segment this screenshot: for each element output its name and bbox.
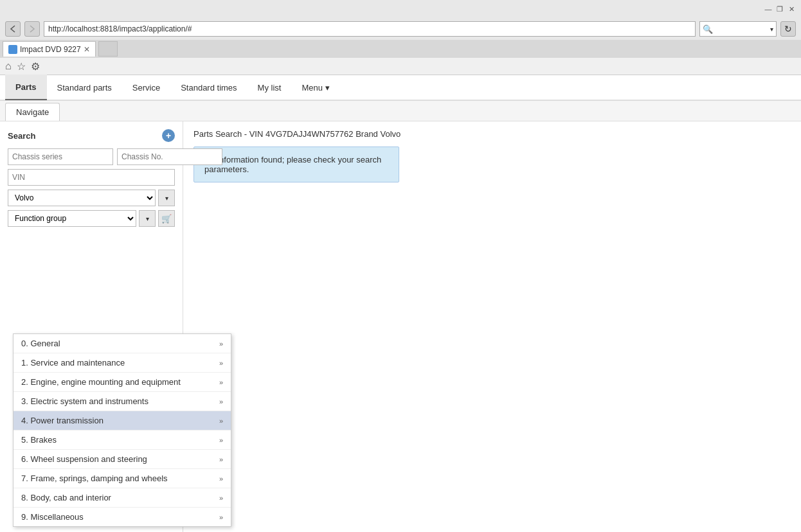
dropdown-item-arrow: » xyxy=(219,436,223,444)
app-navigation: Parts Standard parts Service Standard ti… xyxy=(0,75,801,101)
brand-dropdown-btn[interactable]: ▾ xyxy=(158,190,175,206)
dropdown-item-2[interactable]: 2. Engine, engine mounting and equipment… xyxy=(14,373,231,392)
nav-item-menu[interactable]: Menu ▾ xyxy=(291,75,340,100)
home-icon[interactable]: ⌂ xyxy=(5,60,12,72)
dropdown-chevron-icon: ▾ xyxy=(165,195,168,202)
dropdown-item-7[interactable]: 7. Frame, springs, damping and wheels » xyxy=(14,469,231,488)
chassis-no-input[interactable] xyxy=(117,148,222,165)
dropdown-item-arrow: » xyxy=(219,475,223,483)
dropdown-item-6[interactable]: 6. Wheel suspension and steering » xyxy=(14,450,231,469)
info-message-box: No information found; please check your … xyxy=(194,146,399,182)
add-search-button[interactable]: + xyxy=(162,129,175,142)
maximize-btn[interactable]: ❐ xyxy=(775,4,784,13)
dropdown-item-arrow: » xyxy=(219,494,223,502)
dropdown-item-label: 1. Service and maintenance xyxy=(21,358,125,368)
menu-dropdown-icon: ▾ xyxy=(325,83,330,93)
nav-item-standard-times[interactable]: Standard times xyxy=(170,75,247,100)
dropdown-item-9[interactable]: 9. Miscellaneous » xyxy=(14,508,231,526)
cart-button[interactable]: 🛒 xyxy=(158,210,175,227)
function-group-dropdown-menu: 0. General » 1. Service and maintenance … xyxy=(13,333,231,527)
brand-select[interactable]: Volvo xyxy=(8,190,156,206)
search-box[interactable]: 🔍 ▾ xyxy=(699,21,777,37)
nav-item-parts[interactable]: Parts xyxy=(5,75,47,100)
dropdown-item-label: 4. Power transmission xyxy=(21,416,104,425)
address-text: http://localhost:8818/impact3/applicatio… xyxy=(48,24,192,33)
dropdown-item-1[interactable]: 1. Service and maintenance » xyxy=(14,353,231,373)
tab-close-btn[interactable]: ✕ xyxy=(84,45,90,54)
main-content: Search + Volvo ▾ Function group xyxy=(0,121,801,532)
chassis-series-input[interactable] xyxy=(8,148,113,165)
browser-chrome: — ❐ ✕ http://localhost:8818/impact3/appl… xyxy=(0,0,801,75)
browser-tab-title: Impact DVD 9227 xyxy=(20,45,81,54)
search-dropdown-icon: ▾ xyxy=(770,26,773,33)
dropdown-item-arrow: » xyxy=(219,359,223,367)
search-header: Search + xyxy=(8,129,175,142)
nav-item-my-list[interactable]: My list xyxy=(248,75,292,100)
info-message-text: No information found; please check your … xyxy=(204,155,381,174)
search-icon: 🔍 xyxy=(703,24,713,34)
panel-title: Parts Search - VIN 4VG7DAJJ4WN757762 Bra… xyxy=(194,129,791,139)
dropdown-item-arrow: » xyxy=(219,378,223,386)
function-group-dropdown-btn[interactable]: ▾ xyxy=(139,210,156,227)
new-tab-btn[interactable] xyxy=(98,41,118,57)
right-panel: Parts Search - VIN 4VG7DAJJ4WN757762 Bra… xyxy=(183,121,801,532)
nav-item-service[interactable]: Service xyxy=(122,75,170,100)
favorites-bar: ⌂ ☆ ⚙ xyxy=(0,58,801,75)
browser-tab[interactable]: Impact DVD 9227 ✕ xyxy=(3,41,96,57)
dropdown-item-5[interactable]: 5. Brakes » xyxy=(14,430,231,450)
app-tab-row: Navigate xyxy=(0,101,801,121)
dropdown-item-arrow: » xyxy=(219,456,223,463)
dropdown-item-arrow: » xyxy=(219,340,223,348)
back-button[interactable] xyxy=(5,21,21,37)
close-btn[interactable]: ✕ xyxy=(787,4,796,13)
dropdown-item-label: 6. Wheel suspension and steering xyxy=(21,454,147,464)
dropdown-item-arrow: » xyxy=(219,398,223,405)
title-bar: — ❐ ✕ xyxy=(0,0,801,18)
dropdown-item-label: 2. Engine, engine mounting and equipment xyxy=(21,377,181,387)
address-bar: http://localhost:8818/impact3/applicatio… xyxy=(0,18,801,40)
dropdown-item-label: 5. Brakes xyxy=(21,435,57,445)
browser-tab-bar: Impact DVD 9227 ✕ xyxy=(0,40,801,58)
title-bar-controls: — ❐ ✕ xyxy=(764,4,796,13)
dropdown-item-arrow: » xyxy=(219,513,223,521)
tab-favicon xyxy=(8,45,17,54)
search-label: Search xyxy=(8,131,35,141)
dropdown-item-arrow: » xyxy=(219,417,223,425)
dropdown-item-0[interactable]: 0. General » xyxy=(14,334,231,353)
brand-row: Volvo ▾ xyxy=(8,190,175,206)
dropdown-item-label: 8. Body, cab and interior xyxy=(21,493,111,502)
vin-field xyxy=(8,169,175,186)
nav-item-standard-parts[interactable]: Standard parts xyxy=(47,75,122,100)
minimize-btn[interactable]: — xyxy=(764,4,773,13)
function-group-chevron-icon: ▾ xyxy=(146,215,149,222)
tab-navigate[interactable]: Navigate xyxy=(5,103,60,121)
dropdown-item-label: 9. Miscellaneous xyxy=(21,512,84,522)
settings-icon[interactable]: ⚙ xyxy=(31,60,40,73)
forward-button[interactable] xyxy=(24,21,40,37)
dropdown-item-4[interactable]: 4. Power transmission » xyxy=(14,411,231,430)
dropdown-item-8[interactable]: 8. Body, cab and interior » xyxy=(14,488,231,508)
chassis-row xyxy=(8,148,175,165)
refresh-button[interactable]: ↻ xyxy=(780,21,796,37)
dropdown-item-label: 0. General xyxy=(21,339,60,348)
favorites-star-icon[interactable]: ☆ xyxy=(17,60,26,73)
dropdown-item-label: 3. Electric system and instruments xyxy=(21,396,148,406)
function-group-row: Function group ▾ 🛒 xyxy=(8,210,175,227)
vin-input[interactable] xyxy=(8,169,175,186)
cart-icon: 🛒 xyxy=(161,214,172,224)
function-group-select[interactable]: Function group xyxy=(8,210,136,227)
left-panel: Search + Volvo ▾ Function group xyxy=(0,121,183,532)
address-input[interactable]: http://localhost:8818/impact3/applicatio… xyxy=(44,21,696,37)
dropdown-item-3[interactable]: 3. Electric system and instruments » xyxy=(14,392,231,411)
dropdown-item-label: 7. Frame, springs, damping and wheels xyxy=(21,474,168,483)
